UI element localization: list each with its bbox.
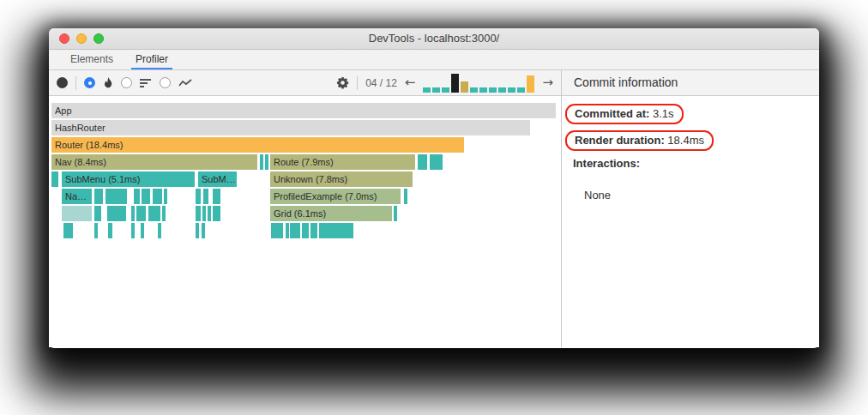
commit-bar-10[interactable] (508, 87, 515, 93)
interactions-chart-icon (178, 78, 192, 88)
settings-gear-icon[interactable] (336, 76, 349, 89)
flame-bar[interactable] (108, 223, 112, 238)
flame-bar[interactable] (208, 206, 211, 221)
flame-bar[interactable] (394, 206, 397, 221)
minimize-button[interactable] (76, 33, 87, 44)
flame-bar[interactable] (162, 206, 166, 221)
flame-bar[interactable] (404, 189, 407, 204)
flame-bar-hashrouter[interactable]: HashRouter (51, 120, 530, 135)
flame-bar[interactable] (105, 189, 127, 204)
flame-bar-subm[interactable]: SubM… (198, 171, 237, 187)
flame-bar[interactable] (213, 189, 220, 204)
flame-bar[interactable] (142, 189, 150, 204)
render-duration-label: Render duration: (575, 134, 665, 147)
flame-bar[interactable] (350, 223, 353, 238)
profiler-toolbar: 04 / 12 ← → (49, 70, 561, 95)
flame-bar[interactable] (94, 189, 103, 204)
committed-at-label: Committed at: (575, 107, 649, 120)
zoom-button[interactable] (93, 33, 104, 44)
flame-bar[interactable] (131, 206, 135, 221)
commit-selector-chart[interactable] (423, 74, 534, 93)
committed-at-annotation: Committed at: 3.1s (565, 104, 684, 124)
render-duration-value: 18.4ms (665, 134, 704, 147)
toolbar-divider (357, 76, 358, 90)
flame-bar[interactable] (439, 154, 443, 170)
flame-bar[interactable] (158, 223, 161, 238)
flame-bar[interactable] (213, 206, 220, 221)
flame-bar[interactable] (141, 223, 144, 238)
flame-bar[interactable] (51, 171, 58, 187)
flame-bar[interactable] (418, 154, 427, 170)
commit-information-header: Commit information (562, 70, 819, 95)
flame-icon (103, 77, 113, 89)
previous-commit-arrow[interactable]: ← (405, 76, 416, 89)
commit-bar-1[interactable] (423, 87, 431, 93)
flamegraph-view-radio[interactable] (84, 77, 95, 88)
profiler-content: AppHashRouterRouter (18.4ms)Nav (8.4ms)R… (49, 96, 819, 347)
commit-bar-3[interactable] (442, 87, 449, 93)
commit-bar-8[interactable] (489, 87, 497, 93)
commit-index-label: 04 / 12 (365, 77, 397, 89)
devtools-window: DevTools - localhost:3000/ Elements Prof… (49, 28, 819, 348)
ranked-chart-icon (140, 78, 152, 88)
flame-bar-app[interactable]: App (51, 103, 556, 118)
flame-bar-profiledexample[interactable]: ProfiledExample (7.0ms) (270, 189, 401, 204)
flame-bar[interactable] (314, 223, 317, 238)
flame-bar[interactable] (94, 206, 101, 221)
tab-elements[interactable]: Elements (59, 50, 124, 69)
flame-bar-nav[interactable]: Nav (8.4ms) (51, 154, 257, 170)
commit-bar-2[interactable] (432, 87, 440, 93)
interactions-view-radio[interactable] (160, 77, 171, 88)
commit-info-panel: Committed at: 3.1s Render duration: 18.4… (562, 96, 819, 347)
commit-bar-12[interactable] (527, 75, 534, 93)
flame-bar[interactable] (271, 223, 283, 238)
flame-bar[interactable] (134, 189, 140, 204)
interactions-label: Interactions: (573, 157, 808, 170)
flame-chart: AppHashRouterRouter (18.4ms)Nav (8.4ms)R… (49, 96, 561, 347)
toolbar-band: 04 / 12 ← → Commit information (49, 70, 819, 96)
next-commit-arrow[interactable]: → (542, 76, 553, 89)
flame-bar[interactable] (136, 206, 146, 221)
flame-bar[interactable] (62, 206, 92, 221)
commit-bar-11[interactable] (517, 87, 525, 93)
flame-bar[interactable] (94, 223, 98, 238)
flame-bar[interactable] (196, 189, 201, 204)
flame-bar[interactable] (203, 189, 208, 204)
flame-bar[interactable] (63, 223, 73, 238)
flame-bar[interactable] (202, 223, 205, 238)
commit-bar-5[interactable] (461, 81, 468, 93)
flame-bar-submenu[interactable]: SubMenu (5.1ms) (62, 171, 195, 187)
flame-bar[interactable] (196, 206, 201, 221)
record-button[interactable] (57, 77, 68, 88)
flame-bar[interactable] (164, 189, 167, 204)
interactions-value: None (584, 189, 808, 201)
flame-bar[interactable] (265, 154, 268, 170)
close-button[interactable] (59, 33, 69, 44)
flame-bar[interactable] (297, 223, 300, 238)
flame-bar-grid[interactable]: Grid (6.1ms) (270, 206, 392, 221)
flame-bar-route[interactable]: Route (7.9ms) (270, 154, 415, 170)
tab-profiler[interactable]: Profiler (124, 50, 179, 69)
flame-bar[interactable] (286, 223, 289, 238)
render-duration-annotation: Render duration: 18.4ms (565, 130, 714, 151)
flame-bar[interactable] (152, 206, 160, 221)
commit-bar-9[interactable] (498, 87, 506, 93)
flame-bar-router[interactable]: Router (18.4ms) (51, 137, 464, 153)
flame-bar-na[interactable]: Na… (62, 189, 92, 204)
toolbar-divider (75, 76, 76, 90)
flame-bar[interactable] (107, 206, 126, 221)
flame-bar[interactable] (156, 189, 162, 204)
title-bar: DevTools - localhost:3000/ (49, 28, 819, 50)
commit-bar-4[interactable] (451, 74, 459, 93)
commit-bar-6[interactable] (470, 87, 478, 93)
flame-bar[interactable] (305, 223, 309, 238)
flame-bar[interactable] (196, 223, 199, 238)
ranked-view-radio[interactable] (121, 77, 132, 88)
flame-bar[interactable] (131, 223, 135, 238)
window-title: DevTools - localhost:3000/ (49, 28, 819, 49)
committed-at-value: 3.1s (649, 107, 673, 120)
commit-bar-7[interactable] (479, 87, 487, 93)
flame-bar[interactable] (202, 206, 206, 221)
flame-bar[interactable] (260, 154, 263, 170)
flame-bar-unknown[interactable]: Unknown (7.8ms) (270, 171, 413, 187)
